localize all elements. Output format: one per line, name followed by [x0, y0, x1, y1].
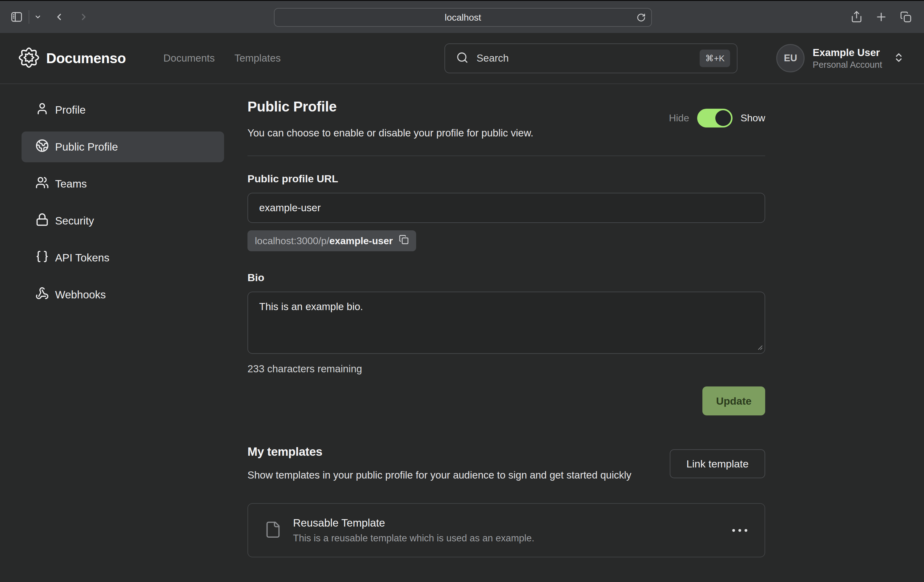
url-slug: example-user: [329, 235, 393, 246]
user-menu[interactable]: EU Example User Personal Account: [776, 44, 904, 72]
sidebar-item-label: Public Profile: [55, 141, 118, 153]
browser-toolbar-right: [850, 1, 912, 33]
my-templates-description: Show templates in your public profile fo…: [248, 467, 666, 483]
my-templates-title: My templates: [248, 445, 666, 458]
search-bar[interactable]: Search ⌘+K: [444, 43, 738, 73]
settings-sidebar: Profile Public Profile Teams Security: [0, 84, 229, 582]
ellipsis-icon: [732, 529, 735, 532]
copy-icon[interactable]: [399, 235, 409, 247]
sidebar-item-security[interactable]: Security: [21, 205, 224, 236]
file-icon: [264, 521, 282, 540]
sidebar-item-api-tokens[interactable]: API Tokens: [21, 242, 224, 273]
avatar: EU: [776, 44, 805, 72]
template-title: Reusable Template: [293, 517, 535, 529]
page-subtitle: You can choose to enable or disable your…: [248, 127, 533, 139]
profile-url-preview: localhost:3000/p/example-user: [255, 235, 393, 246]
user-icon: [35, 102, 49, 118]
brand-name: Documenso: [46, 50, 126, 66]
show-label: Show: [741, 112, 765, 124]
sidebar-item-label: Teams: [55, 178, 87, 190]
ellipsis-icon: [744, 529, 747, 532]
sidebar-item-label: Profile: [55, 104, 86, 116]
update-button[interactable]: Update: [702, 387, 765, 415]
sidebar-item-label: Security: [55, 215, 94, 227]
top-nav: Documents Templates: [163, 52, 281, 64]
lock-icon: [35, 213, 49, 229]
address-bar-url: localhost: [445, 12, 481, 23]
template-actions-menu[interactable]: [728, 525, 752, 536]
sidebar-item-teams[interactable]: Teams: [21, 169, 224, 199]
new-tab-icon[interactable]: [875, 10, 888, 23]
link-template-button[interactable]: Link template: [670, 449, 765, 478]
chevron-down-icon[interactable]: [34, 13, 41, 21]
ellipsis-icon: [738, 529, 741, 532]
toggle-knob: [715, 110, 731, 126]
profile-url-label: Public profile URL: [248, 173, 765, 185]
search-icon: [456, 51, 469, 65]
profile-url-copy-chip[interactable]: localhost:3000/p/example-user: [248, 230, 416, 251]
resize-handle-icon[interactable]: [756, 343, 763, 351]
main-content: Public Profile You can choose to enable …: [229, 84, 924, 582]
template-card: Reusable Template This is a reusable tem…: [248, 503, 765, 557]
documenso-logo-icon: [18, 47, 40, 69]
profile-url-input[interactable]: [248, 193, 765, 223]
sidebar-item-label: Webhooks: [55, 289, 106, 301]
tab-overview-icon[interactable]: [899, 10, 912, 23]
sidebar-toggle-icon[interactable]: [10, 10, 23, 23]
globe-icon: [35, 139, 49, 155]
app-header: Documenso Documents Templates Search ⌘+K…: [0, 33, 924, 84]
chevrons-up-down-icon: [893, 52, 904, 64]
characters-remaining: 233 characters remaining: [248, 363, 765, 375]
users-icon: [35, 176, 49, 192]
bio-label: Bio: [248, 271, 765, 284]
search-placeholder: Search: [477, 52, 509, 64]
browser-window: localhost Documen: [0, 0, 924, 582]
bio-textarea[interactable]: This is an example bio.: [248, 292, 765, 354]
nav-templates[interactable]: Templates: [234, 52, 281, 64]
sidebar-item-profile[interactable]: Profile: [21, 94, 224, 125]
sidebar-item-label: API Tokens: [55, 251, 109, 264]
browser-chrome: localhost: [0, 0, 924, 33]
visibility-toggle-row: Hide Show: [669, 109, 765, 127]
back-button-icon[interactable]: [54, 12, 64, 22]
brand-logo[interactable]: Documenso: [18, 47, 126, 69]
page-body: Profile Public Profile Teams Security: [0, 84, 924, 582]
webhook-icon: [35, 287, 49, 303]
browser-nav-controls: [10, 1, 89, 33]
hide-label: Hide: [669, 112, 689, 124]
divider: [248, 155, 765, 156]
page-title: Public Profile: [248, 98, 533, 115]
braces-icon: [35, 250, 49, 266]
search-shortcut-badge: ⌘+K: [700, 50, 730, 67]
divider: [29, 10, 29, 24]
share-icon[interactable]: [850, 10, 863, 23]
url-prefix: localhost:3000/p/: [255, 235, 329, 246]
sidebar-item-webhooks[interactable]: Webhooks: [21, 279, 224, 310]
forward-button-icon[interactable]: [79, 12, 89, 22]
address-bar[interactable]: localhost: [274, 8, 652, 27]
nav-documents[interactable]: Documents: [163, 52, 215, 64]
visibility-toggle[interactable]: [697, 109, 733, 127]
user-account-type: Personal Account: [813, 59, 882, 70]
template-description: This is a reusable template which is use…: [293, 533, 535, 544]
user-name: Example User: [813, 46, 882, 59]
sidebar-item-public-profile[interactable]: Public Profile: [21, 132, 224, 162]
reload-icon[interactable]: [637, 13, 646, 22]
